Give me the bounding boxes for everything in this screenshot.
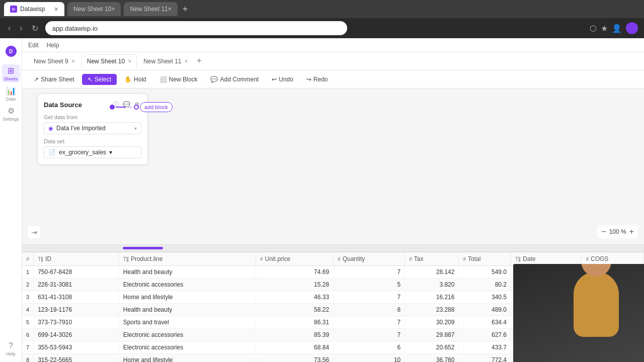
cell-total: 634.4 [459, 316, 511, 329]
tab3-close-button[interactable]: × [168, 6, 172, 13]
cell-unitprice: 68.84 [256, 341, 333, 354]
canvas-scroll-thumb[interactable] [123, 247, 163, 249]
bookmark-icon[interactable]: ★ [601, 24, 608, 33]
cell-productline: Health and beauty [119, 266, 256, 279]
tab2-close-button[interactable]: × [111, 6, 115, 13]
hold-button[interactable]: ✋ Hold [119, 74, 152, 85]
new-tab-button[interactable]: + [181, 4, 190, 15]
tab-favicon: D [10, 6, 17, 13]
num-icon-tax: # [409, 256, 412, 262]
col-header-id[interactable]: Tǁ ID [34, 252, 119, 266]
tab-2[interactable]: New Sheet 10 × [67, 2, 121, 16]
col-header-total[interactable]: # Total [459, 252, 511, 266]
sheet-tab-1[interactable]: New Sheet 9 × [28, 54, 80, 68]
browser-toolbar-icons: ⬡ ★ 👤 [590, 22, 638, 34]
sidebar-item-sheets[interactable]: ⊞ Sheets [2, 64, 20, 82]
col-header-tax[interactable]: # Tax [405, 252, 459, 266]
collapse-sidebar-button[interactable]: ⇥ [28, 226, 40, 238]
sidebar-data-label: Data [6, 97, 16, 102]
cell-quantity: 10 [334, 354, 405, 363]
cell-unitprice: 74.69 [256, 266, 333, 279]
share-icon: ↗ [34, 76, 39, 83]
block-title: Data Source [44, 101, 110, 109]
sheet-tab-1-label: New Sheet 9 [34, 58, 68, 65]
app-logo: D [2, 42, 20, 60]
cell-productline: Home and lifestyle [119, 354, 256, 363]
browser-avatar[interactable] [626, 22, 638, 34]
select-button[interactable]: ↖ Select [82, 74, 117, 85]
address-bar: ‹ › ↻ app.datawisp.io ⬡ ★ 👤 [0, 18, 644, 38]
canvas-area[interactable]: Data Source ⓘ 💬 🗑 Get data from ◉ Data I… [22, 88, 644, 244]
cell-id: 699-14-3026 [34, 329, 119, 341]
cell-tax: 29.887 [405, 329, 459, 341]
cell-tax: 23.288 [405, 304, 459, 316]
undo-button[interactable]: ↩ Undo [266, 74, 299, 85]
sidebar-item-help[interactable]: ? Help [2, 340, 20, 358]
add-sheet-button[interactable]: + [195, 56, 204, 66]
cell-unitprice: 46.33 [256, 291, 333, 304]
sheet-tab-2-close[interactable]: × [128, 58, 131, 65]
new-block-button[interactable]: ⬜ New Block [154, 74, 203, 85]
num-icon-total: # [463, 256, 466, 262]
redo-button[interactable]: ↪ Redo [301, 74, 334, 85]
sheet-tabs: New Sheet 9 × New Sheet 10 × New Sheet 1… [22, 52, 644, 70]
add-block-button[interactable]: add block [140, 102, 173, 112]
edit-menu[interactable]: Edit [28, 42, 39, 49]
data-icon-small: ◉ [48, 125, 53, 132]
add-block-label: add block [144, 104, 168, 110]
sidebar-item-settings[interactable]: ⚙ Settings [2, 105, 20, 123]
col-header-quantity[interactable]: # Quantity [334, 252, 405, 266]
main-content: Edit Help New Sheet 9 × New Sheet 10 × N… [22, 38, 644, 362]
cell-id: 355-53-5943 [34, 341, 119, 354]
get-data-from-value: Data I've Imported [56, 125, 131, 132]
address-text: app.datawisp.io [52, 25, 98, 32]
col-header-rownum: # [22, 252, 34, 266]
cell-id: 750-67-8428 [34, 266, 119, 279]
tab-title: Datawisp [20, 6, 45, 13]
canvas-horizontal-scrollbar[interactable] [22, 244, 644, 251]
cell-unitprice: 86.31 [256, 316, 333, 329]
zoom-out-button[interactable]: − [601, 227, 606, 236]
data-icon: 📊 [6, 86, 16, 96]
comment-icon: 💬 [210, 76, 218, 83]
active-tab[interactable]: D Datawisp × [4, 2, 64, 16]
cell-productline: Health and beauty [119, 304, 256, 316]
help-menu[interactable]: Help [47, 42, 59, 49]
get-data-from-dropdown[interactable]: ◉ Data I've Imported ▾ [44, 122, 141, 134]
add-comment-button[interactable]: 💬 Add Comment [205, 74, 264, 85]
app-menubar: Edit Help [22, 38, 644, 52]
sheet-tab-1-close[interactable]: × [71, 58, 75, 65]
sheet-tab-2-label: New Sheet 10 [87, 58, 125, 65]
data-source-block[interactable]: Data Source ⓘ 💬 🗑 Get data from ◉ Data I… [37, 94, 148, 165]
cell-tax: 36.780 [405, 354, 459, 363]
address-input[interactable]: app.datawisp.io [45, 21, 347, 35]
cell-total: 549.0 [459, 266, 511, 279]
col-header-unitprice[interactable]: # Unit.price [256, 252, 333, 266]
help-icon: ? [9, 341, 13, 350]
cell-tax: 28.142 [405, 266, 459, 279]
tab-close-button[interactable]: × [54, 6, 58, 13]
zoom-controls: − 100 % + [597, 225, 638, 238]
col-header-productline[interactable]: Tǁ Product.line [119, 252, 256, 266]
share-sheet-button[interactable]: ↗ Share Sheet [28, 74, 80, 85]
back-button[interactable]: ‹ [6, 22, 13, 35]
sidebar-sheets-label: Sheets [4, 76, 18, 81]
extensions-icon[interactable]: ⬡ [590, 24, 597, 33]
cursor-icon: ↖ [88, 76, 93, 83]
webcam-feed [513, 264, 644, 362]
forward-button[interactable]: › [18, 22, 24, 35]
tab-3[interactable]: New Sheet 11 × [124, 2, 177, 16]
text-icon-id: Tǁ [38, 256, 43, 262]
zoom-in-button[interactable]: + [629, 227, 634, 236]
profile-icon[interactable]: 👤 [612, 24, 622, 33]
settings-icon: ⚙ [8, 106, 15, 116]
cell-id: 123-19-1176 [34, 304, 119, 316]
sidebar-item-data[interactable]: 📊 Data [2, 84, 20, 103]
refresh-button[interactable]: ↻ [30, 22, 40, 35]
sheet-tab-2[interactable]: New Sheet 10 × [82, 54, 137, 68]
sheet-tab-3-close[interactable]: × [185, 58, 188, 65]
data-set-dropdown[interactable]: 📄 ex_grocery_sales ▾ [44, 146, 141, 158]
cell-tax: 3.820 [405, 279, 459, 291]
sheet-tab-3[interactable]: New Sheet 11 × [138, 54, 193, 68]
new-block-icon: ⬜ [159, 76, 167, 83]
